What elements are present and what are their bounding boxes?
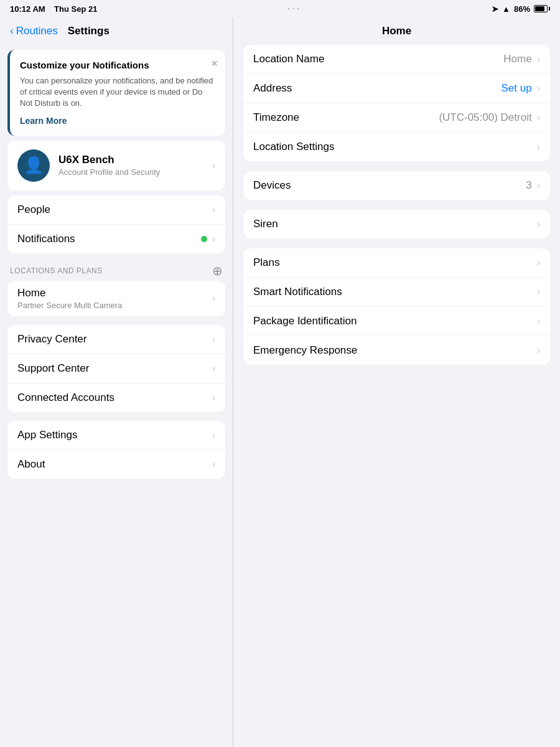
timezone-item[interactable]: Timezone (UTC-05:00) Detroit › xyxy=(243,103,550,133)
address-chevron-icon: › xyxy=(537,83,540,94)
location-name-row-label: Location Name xyxy=(253,53,503,65)
app-settings-chevron-icon: › xyxy=(212,430,215,441)
location-chevron-icon: › xyxy=(212,293,215,304)
connected-accounts-item[interactable]: Connected Accounts › xyxy=(7,383,225,412)
timezone-value: (UTC-05:00) Detroit xyxy=(439,111,531,124)
people-label: People xyxy=(17,204,212,216)
privacy-center-chevron-icon: › xyxy=(212,334,215,345)
home-location-item[interactable]: Home Partner Secure Multi Camera › xyxy=(7,281,225,316)
plans-row-label: Plans xyxy=(253,256,537,269)
timezone-chevron-icon: › xyxy=(537,112,540,123)
app-settings-label: App Settings xyxy=(17,429,212,441)
location-settings-chevron-icon: › xyxy=(537,141,540,153)
right-panel-title: Home xyxy=(382,25,411,37)
devices-item[interactable]: Devices 3 › xyxy=(243,171,550,200)
profile-info: U6X Bench Account Profile and Security xyxy=(58,154,203,177)
timezone-row-label: Timezone xyxy=(253,111,439,124)
privacy-center-label: Privacy Center xyxy=(17,333,212,345)
profile-chevron-icon: › xyxy=(212,160,215,171)
notification-banner: Customize your Notifications × You can p… xyxy=(7,50,225,136)
about-item[interactable]: About › xyxy=(7,450,225,479)
time-display: 10:12 AM xyxy=(10,4,45,14)
connected-accounts-chevron-icon: › xyxy=(212,392,215,403)
three-dots: ··· xyxy=(287,3,301,14)
location-settings-item[interactable]: Location Settings › xyxy=(243,133,550,161)
status-right: ➤ ▲ 86% xyxy=(492,4,550,14)
siren-item[interactable]: Siren › xyxy=(243,210,550,238)
package-identification-chevron-icon: › xyxy=(537,316,540,327)
location-name-chevron-icon: › xyxy=(537,54,540,65)
right-header: Home xyxy=(243,17,550,45)
add-location-button[interactable]: ⊕ xyxy=(212,263,223,278)
app-settings-item[interactable]: App Settings › xyxy=(7,421,225,450)
status-center-dots: ··· xyxy=(287,3,301,14)
about-label: About xyxy=(17,458,212,471)
support-center-chevron-icon: › xyxy=(212,363,215,374)
people-chevron-icon: › xyxy=(212,204,215,215)
plans-item[interactable]: Plans › xyxy=(243,248,550,278)
avatar: 👤 xyxy=(17,149,50,182)
wifi-icon: ▲ xyxy=(502,4,510,14)
address-row-label: Address xyxy=(253,82,502,95)
smart-notifications-chevron-icon: › xyxy=(537,286,540,298)
address-item[interactable]: Address Set up › xyxy=(243,74,550,103)
banner-text: You can personalize your notifications, … xyxy=(20,75,215,110)
left-panel: ‹ Routines Settings Customize your Notif… xyxy=(0,17,233,747)
locations-section-label: LOCATIONS AND PLANS xyxy=(10,266,103,275)
banner-title: Customize your Notifications xyxy=(20,60,215,70)
main-layout: ‹ Routines Settings Customize your Notif… xyxy=(0,17,560,747)
page-title: Settings xyxy=(68,25,110,37)
devices-count-value: 3 xyxy=(526,179,531,192)
location-settings-row-label: Location Settings xyxy=(253,141,537,153)
battery-icon xyxy=(534,5,550,12)
devices-row-label: Devices xyxy=(253,179,526,192)
support-center-label: Support Center xyxy=(17,362,212,375)
emergency-response-row-label: Emergency Response xyxy=(253,344,537,357)
status-bar: 10:12 AM Thu Sep 21 ··· ➤ ▲ 86% xyxy=(0,0,560,17)
location-name-value: Home xyxy=(503,53,531,65)
emergency-response-item[interactable]: Emergency Response › xyxy=(243,336,550,365)
chevron-left-icon: ‹ xyxy=(10,25,14,37)
people-right: › xyxy=(212,204,215,215)
people-menu-item[interactable]: People › xyxy=(7,195,225,225)
notifications-right: › xyxy=(201,233,215,245)
banner-close-button[interactable]: × xyxy=(211,57,218,70)
devices-section: Devices 3 › xyxy=(243,171,550,200)
smart-notifications-item[interactable]: Smart Notifications › xyxy=(243,278,550,307)
connected-accounts-label: Connected Accounts xyxy=(17,392,212,404)
people-notifications-section: People › Notifications › xyxy=(7,195,225,253)
notifications-menu-item[interactable]: Notifications › xyxy=(7,225,225,253)
right-panel: Home Location Name Home › Address Set up… xyxy=(233,17,560,747)
notifications-dot xyxy=(201,236,207,242)
app-settings-about-section: App Settings › About › xyxy=(7,421,225,479)
siren-row-label: Siren xyxy=(253,218,537,230)
user-icon: 👤 xyxy=(24,156,44,175)
location-subtitle: Partner Secure Multi Camera xyxy=(17,301,212,310)
date-display: Thu Sep 21 xyxy=(54,4,97,14)
privacy-center-item[interactable]: Privacy Center › xyxy=(7,325,225,354)
location-info: Home Partner Secure Multi Camera xyxy=(17,287,212,310)
location-name: Home xyxy=(17,287,212,299)
smart-notifications-row-label: Smart Notifications xyxy=(253,286,537,298)
support-center-item[interactable]: Support Center › xyxy=(7,354,225,383)
learn-more-link[interactable]: Learn More xyxy=(20,116,215,126)
plans-chevron-icon: › xyxy=(537,257,540,268)
profile-subtitle: Account Profile and Security xyxy=(58,167,203,177)
status-time: 10:12 AM Thu Sep 21 xyxy=(10,4,97,14)
siren-section: Siren › xyxy=(243,210,550,238)
location-icon: ➤ xyxy=(492,4,498,14)
left-header: ‹ Routines Settings xyxy=(0,17,233,45)
about-chevron-icon: › xyxy=(212,459,215,470)
profile-card[interactable]: 👤 U6X Bench Account Profile and Security… xyxy=(7,141,225,190)
locations-section-header: LOCATIONS AND PLANS ⊕ xyxy=(0,258,233,281)
back-label: Routines xyxy=(16,25,58,37)
package-identification-row-label: Package Identification xyxy=(253,315,537,327)
back-button[interactable]: ‹ Routines xyxy=(10,25,58,37)
plans-section: Plans › Smart Notifications › Package Id… xyxy=(243,248,550,365)
profile-name: U6X Bench xyxy=(58,154,203,166)
location-name-item[interactable]: Location Name Home › xyxy=(243,45,550,74)
notifications-chevron-icon: › xyxy=(212,233,215,245)
privacy-support-connected-section: Privacy Center › Support Center › Connec… xyxy=(7,325,225,412)
package-identification-item[interactable]: Package Identification › xyxy=(243,307,550,336)
siren-chevron-icon: › xyxy=(537,218,540,230)
